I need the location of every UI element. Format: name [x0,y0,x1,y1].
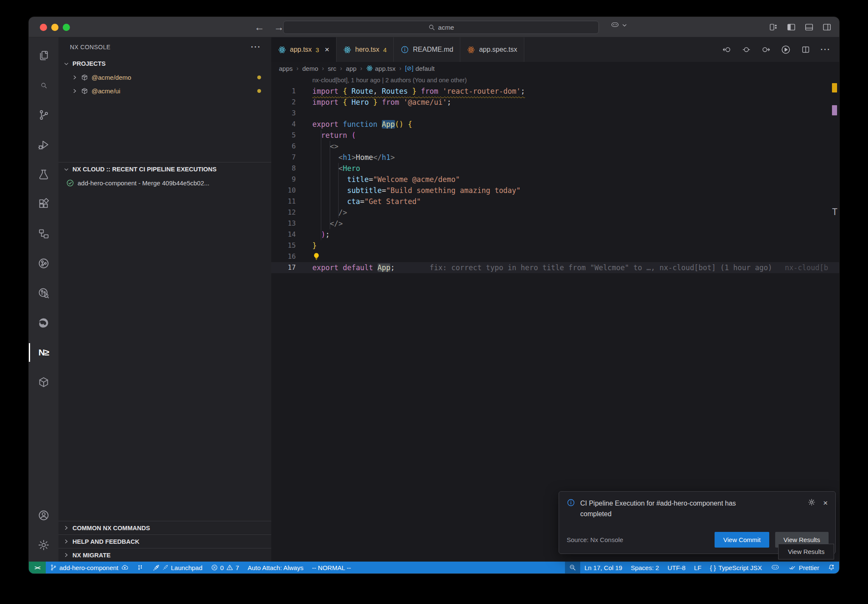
code-line-14[interactable]: 14 ); [271,229,839,240]
statusbar-language-mode[interactable]: { }TypeScript JSX [706,562,766,573]
tab-hero.tsx[interactable]: hero.tsx4 [337,37,394,62]
activity-edge-browser[interactable] [29,308,58,338]
activity-type-hierarchy[interactable] [29,219,58,249]
command-center-search[interactable]: acme [283,21,599,34]
chevron-right-icon [72,88,78,94]
history-forward-button[interactable]: → [274,21,284,33]
toggle-panel-icon[interactable] [804,22,814,32]
minimize-window-button[interactable] [51,24,58,31]
breadcrumb-item-demo[interactable]: demo [302,65,318,72]
code-line-15[interactable]: 15} [271,240,839,251]
customize-layout-icon[interactable] [769,22,778,32]
statusbar-eol[interactable]: LF [690,562,706,573]
activity-account[interactable] [29,501,58,530]
activity-testing[interactable] [29,159,58,189]
code-line-17[interactable]: 17export default App;fix: correct typo i… [271,262,839,273]
lightbulb-icon[interactable] [312,252,320,260]
code-line-12[interactable]: 12 /> [271,207,839,218]
statusbar-zoom-out[interactable] [565,562,580,573]
project-@acme/ui[interactable]: @acme/ui [58,84,271,98]
split-editor-icon[interactable] [801,45,810,54]
section-common-nx-commands[interactable]: COMMON NX COMMANDS [58,521,271,534]
activity-source-control[interactable] [29,100,58,130]
statusbar-copilot-status[interactable] [766,562,784,573]
activity-extensions[interactable] [29,189,58,219]
react-icon [467,46,475,54]
breadcrumb-item-app[interactable]: app [346,65,356,72]
activity-run-and-debug[interactable] [29,130,58,159]
close-icon[interactable]: × [325,45,329,54]
code-line-7[interactable]: 7 <h1>Home</h1> [271,152,839,163]
nav-back-icon[interactable] [722,45,732,54]
close-window-button[interactable] [40,24,47,31]
more-actions-icon[interactable]: ··· [251,43,261,52]
more-actions-icon[interactable]: ··· [821,45,831,54]
nav-forward-icon[interactable] [761,45,771,54]
line-number: 15 [271,240,296,251]
code-line-8[interactable]: 8 <Hero [271,163,839,174]
tab-app.tsx[interactable]: app.tsx3× [271,37,337,62]
statusbar-indentation[interactable]: Spaces: 2 [626,562,663,573]
code-line-11[interactable]: 11 cta="Get Started" [271,196,839,207]
search-icon [40,82,47,89]
code-editor[interactable]: nx-cloud[bot], 1 hour ago | 2 authors (Y… [271,75,839,273]
close-icon[interactable]: × [823,498,828,508]
code-line-2[interactable]: 2import { Hero } from '@acme/ui'; [271,97,839,108]
project-@acme/demo[interactable]: @acme/demo [58,70,271,84]
gitlens-icon [38,257,50,269]
pipeline-execution[interactable]: add-hero-component - Merge 409b44e5cb02.… [58,176,271,190]
history-back-button[interactable]: ← [254,21,264,33]
toggle-secondary-sidebar-icon[interactable] [822,22,832,32]
section-nx-migrate[interactable]: NX MIGRATE [58,548,271,562]
activity-gitlens-inspect[interactable] [29,278,58,308]
beaker-icon [38,168,50,180]
statusbar-launchpad[interactable]: Launchpad [148,562,206,573]
tab-app.spec.tsx[interactable]: app.spec.tsx [460,37,524,62]
statusbar-problems[interactable]: 07 [207,562,244,573]
code-line-3[interactable]: 3 [271,108,839,119]
section-nx-cloud[interactable]: NX CLOUD :: RECENT CI PIPELINE EXECUTION… [58,162,271,176]
statusbar-auto-attach[interactable]: Auto Attach: Always [243,562,308,573]
activity-search[interactable] [29,70,58,100]
statusbar-formatter[interactable]: Prettier [784,562,823,573]
breadcrumb-item-apps[interactable]: apps [279,65,293,72]
activity-nx-console[interactable]: N≥ [29,338,58,367]
activity-containers[interactable] [29,367,58,397]
breadcrumb-item-default[interactable]: [⊘]default [405,65,435,72]
copilot-menu[interactable] [610,21,627,29]
statusbar-encoding[interactable]: UTF-8 [663,562,690,573]
statusbar-notifications[interactable] [823,562,839,573]
section-projects[interactable]: PROJECTS [58,57,271,70]
statusbar-commit-graph[interactable] [133,562,148,573]
tab-README.md[interactable]: README.md [394,37,460,62]
code-line-5[interactable]: 5 return ( [271,130,839,141]
gear-icon [38,539,50,551]
breadcrumb-item-src[interactable]: src [328,65,336,72]
code-line-4[interactable]: 4export function App() { [271,119,839,130]
activity-settings[interactable] [29,530,58,560]
run-icon[interactable] [781,45,791,55]
zoom-window-button[interactable] [63,24,70,31]
nav-dot-icon[interactable] [742,45,751,54]
statusbar-vim-mode[interactable]: -- NORMAL -- [308,562,355,573]
view-commit-button[interactable]: View Commit [715,532,769,548]
line-content: title="Welcome @acme/demo" [312,174,460,185]
extensions-icon [38,198,50,210]
activity-gitlens[interactable] [29,249,58,278]
code-line-9[interactable]: 9 title="Welcome @acme/demo" [271,174,839,185]
line-number: 13 [271,218,296,229]
activity-explorer[interactable] [29,41,58,70]
code-line-10[interactable]: 10 subtitle="Build something amazing tod… [271,185,839,196]
statusbar-cursor-position[interactable]: Ln 17, Col 19 [580,562,626,573]
statusbar-git-branch[interactable]: add-hero-component [46,562,133,573]
section-help-and-feedback[interactable]: HELP AND FEEDBACK [58,534,271,548]
screen: ← → acme N≥ NX CONSOLE ··· [0,0,868,604]
code-line-13[interactable]: 13 </> [271,218,839,229]
breadcrumb-item-app.tsx[interactable]: app.tsx [366,65,395,72]
toggle-sidebar-icon[interactable] [787,22,796,32]
code-line-1[interactable]: 1import { Route, Routes } from 'react-ro… [271,86,839,97]
statusbar-remote-indicator[interactable]: >< [29,562,46,573]
code-line-16[interactable]: 16 [271,251,839,262]
gear-icon[interactable] [808,498,815,506]
code-line-6[interactable]: 6 <> [271,141,839,152]
